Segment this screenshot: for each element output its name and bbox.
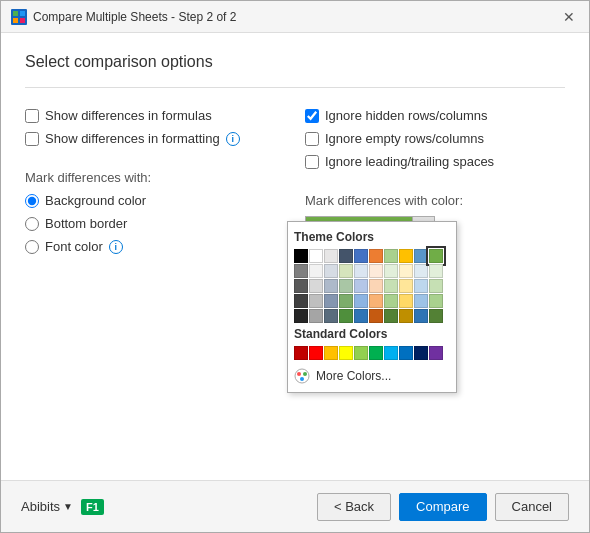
std-color-cell[interactable]: [384, 346, 398, 360]
color-cell[interactable]: [294, 294, 308, 308]
color-cell[interactable]: [384, 249, 398, 263]
color-cell[interactable]: [414, 279, 428, 293]
color-cell[interactable]: [339, 294, 353, 308]
cancel-button[interactable]: Cancel: [495, 493, 569, 521]
color-cell[interactable]: [429, 264, 443, 278]
footer-buttons: < Back Compare Cancel: [317, 493, 569, 521]
std-color-cell[interactable]: [324, 346, 338, 360]
color-cell[interactable]: [399, 279, 413, 293]
f1-badge[interactable]: F1: [81, 499, 104, 515]
show-formulas-checkbox[interactable]: [25, 109, 39, 123]
color-cell[interactable]: [414, 264, 428, 278]
color-cell[interactable]: [324, 294, 338, 308]
color-cell[interactable]: [324, 309, 338, 323]
color-cell[interactable]: [339, 309, 353, 323]
color-cell[interactable]: [369, 294, 383, 308]
color-cell[interactable]: [414, 249, 428, 263]
color-cell[interactable]: [384, 309, 398, 323]
show-formatting-checkbox[interactable]: [25, 132, 39, 146]
mark-color-label: Mark differences with color:: [305, 193, 565, 208]
color-cell[interactable]: [309, 294, 323, 308]
color-cell[interactable]: [309, 249, 323, 263]
color-cell[interactable]: [339, 264, 353, 278]
color-cell[interactable]: [384, 264, 398, 278]
ignore-hidden-row: Ignore hidden rows/columns: [305, 108, 565, 123]
color-cell[interactable]: [399, 264, 413, 278]
color-col-9: [429, 249, 443, 323]
more-colors-label: More Colors...: [316, 369, 391, 383]
color-col-5: [369, 249, 383, 323]
color-col-2: [324, 249, 338, 323]
color-cell[interactable]: [309, 309, 323, 323]
color-col-1: [309, 249, 323, 323]
color-cell[interactable]: [339, 279, 353, 293]
color-cell[interactable]: [399, 294, 413, 308]
color-cell[interactable]: [399, 249, 413, 263]
ignore-spaces-checkbox[interactable]: [305, 155, 319, 169]
font-color-info-icon[interactable]: i: [109, 240, 123, 254]
std-color-cell[interactable]: [369, 346, 383, 360]
std-color-cell[interactable]: [339, 346, 353, 360]
color-cell[interactable]: [414, 294, 428, 308]
bottom-border-row: Bottom border: [25, 216, 285, 231]
ignore-empty-checkbox[interactable]: [305, 132, 319, 146]
ignore-hidden-checkbox[interactable]: [305, 109, 319, 123]
std-color-cell[interactable]: [429, 346, 443, 360]
color-cell[interactable]: [369, 309, 383, 323]
color-cell[interactable]: [324, 279, 338, 293]
std-color-cell[interactable]: [354, 346, 368, 360]
color-cell[interactable]: [384, 279, 398, 293]
font-color-radio[interactable]: [25, 240, 39, 254]
color-cell[interactable]: [324, 264, 338, 278]
back-button[interactable]: < Back: [317, 493, 391, 521]
show-formulas-row: Show differences in formulas: [25, 108, 285, 123]
std-color-cell[interactable]: [309, 346, 323, 360]
std-color-cell[interactable]: [294, 346, 308, 360]
bottom-border-radio[interactable]: [25, 217, 39, 231]
color-cell[interactable]: [429, 294, 443, 308]
color-cell[interactable]: [294, 264, 308, 278]
color-dropdown: Theme Colors: [287, 221, 457, 393]
color-cell[interactable]: [399, 309, 413, 323]
formatting-info-icon[interactable]: i: [226, 132, 240, 146]
footer-left: Abibits ▼ F1: [21, 499, 104, 515]
font-color-label: Font color: [45, 239, 103, 254]
color-cell[interactable]: [294, 249, 308, 263]
svg-rect-1: [20, 11, 25, 16]
std-color-cell[interactable]: [399, 346, 413, 360]
color-cell[interactable]: [294, 309, 308, 323]
ignore-empty-label: Ignore empty rows/columns: [325, 131, 484, 146]
color-cell[interactable]: [354, 249, 368, 263]
right-column: Ignore hidden rows/columns Ignore empty …: [305, 108, 565, 262]
color-col-7: [399, 249, 413, 323]
color-cell[interactable]: [354, 279, 368, 293]
color-col-3: [339, 249, 353, 323]
content-area: Select comparison options Show differenc…: [1, 33, 589, 480]
color-cell[interactable]: [384, 294, 398, 308]
close-button[interactable]: ✕: [559, 7, 579, 27]
separator: [25, 87, 565, 88]
color-cell[interactable]: [369, 279, 383, 293]
color-cell[interactable]: [354, 309, 368, 323]
theme-color-grid: [294, 249, 450, 323]
dialog-title: Compare Multiple Sheets - Step 2 of 2: [33, 10, 236, 24]
color-cell[interactable]: [324, 249, 338, 263]
std-color-cell[interactable]: [414, 346, 428, 360]
bg-color-radio[interactable]: [25, 194, 39, 208]
color-cell[interactable]: [369, 264, 383, 278]
color-cell[interactable]: [309, 264, 323, 278]
color-cell[interactable]: [429, 279, 443, 293]
color-cell[interactable]: [354, 264, 368, 278]
color-cell[interactable]: [339, 249, 353, 263]
abibits-button[interactable]: Abibits ▼: [21, 499, 73, 514]
left-column: Show differences in formulas Show differ…: [25, 108, 285, 262]
color-cell[interactable]: [354, 294, 368, 308]
more-colors-row[interactable]: More Colors...: [294, 366, 450, 386]
color-cell[interactable]: [369, 249, 383, 263]
compare-button[interactable]: Compare: [399, 493, 486, 521]
color-cell[interactable]: [414, 309, 428, 323]
color-cell[interactable]: [429, 309, 443, 323]
color-cell[interactable]: [294, 279, 308, 293]
color-cell-selected[interactable]: [429, 249, 443, 263]
color-cell[interactable]: [309, 279, 323, 293]
